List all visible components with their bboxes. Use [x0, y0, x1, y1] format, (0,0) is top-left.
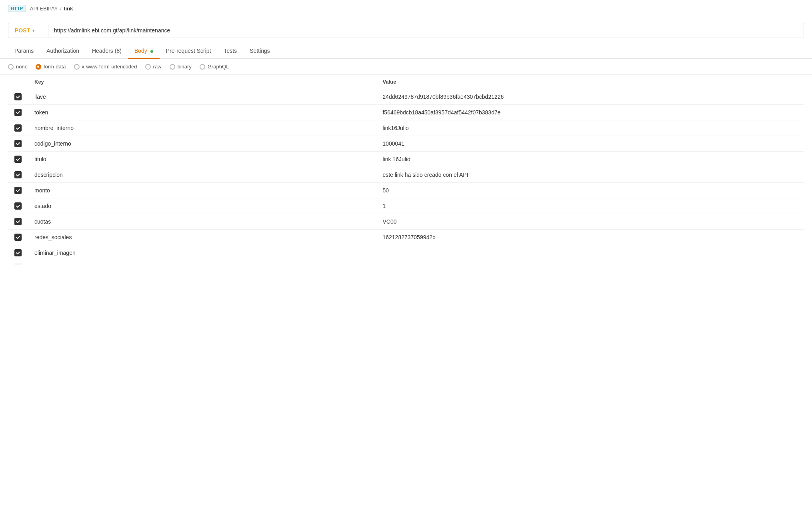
row-checkbox[interactable]	[14, 140, 22, 147]
table-row: titulo link 16Julio	[8, 152, 804, 167]
row-value: 1	[376, 198, 804, 214]
row-value: link16Julio	[376, 120, 804, 136]
url-input[interactable]	[48, 23, 804, 38]
check-icon	[16, 110, 20, 115]
row-checkbox[interactable]	[14, 109, 22, 116]
option-form-data[interactable]: form-data	[36, 64, 66, 70]
radio-urlencoded[interactable]	[74, 64, 80, 70]
table-row: token f56469bdcb18a450af3957d4af5442f07b…	[8, 105, 804, 120]
row-key: cuotas	[28, 214, 376, 230]
top-bar: HTTP API EBIPAY / link	[0, 0, 812, 17]
tab-params[interactable]: Params	[8, 44, 40, 59]
row-checkbox[interactable]	[14, 234, 22, 241]
row-value: 1000041	[376, 136, 804, 152]
row-value: link 16Julio	[376, 152, 804, 167]
option-graphql[interactable]: GraphQL	[200, 64, 229, 70]
check-icon	[16, 126, 20, 130]
chevron-down-icon: ▾	[32, 28, 34, 33]
tab-headers[interactable]: Headers (8)	[86, 44, 128, 59]
check-icon	[16, 219, 20, 224]
col-header-key: Key	[28, 75, 376, 89]
radio-binary[interactable]	[170, 64, 175, 70]
table-row: estado 1	[8, 198, 804, 214]
check-icon	[16, 172, 20, 177]
col-header-check	[8, 75, 28, 89]
tab-tests-label: Tests	[224, 48, 237, 54]
row-checkbox-cell	[8, 230, 28, 245]
tab-authorization[interactable]: Authorization	[40, 44, 86, 59]
row-checkbox[interactable]	[14, 93, 22, 100]
row-value: 24dd6249787d91870bf89b36fae4307bcbd21226	[376, 89, 804, 105]
option-urlencoded[interactable]: x-www-form-urlencoded	[74, 64, 137, 70]
tab-params-label: Params	[14, 48, 34, 54]
dash-key-cell	[28, 260, 376, 268]
row-checkbox-cell	[8, 214, 28, 230]
table-row: cuotas VC00	[8, 214, 804, 230]
row-key: eliminar_imagen	[28, 245, 376, 261]
row-checkbox-cell	[8, 136, 28, 152]
body-active-dot	[150, 50, 153, 53]
row-key: nombre_interno	[28, 120, 376, 136]
tabs: Params Authorization Headers (8) Body Pr…	[0, 44, 812, 59]
tab-body[interactable]: Body	[128, 44, 160, 59]
row-checkbox-cell	[8, 89, 28, 105]
radio-graphql[interactable]	[200, 64, 205, 70]
row-value	[376, 245, 804, 261]
method-label: POST	[15, 27, 30, 34]
check-icon	[16, 188, 20, 193]
row-key: codigo_interno	[28, 136, 376, 152]
tab-prerequest-label: Pre-request Script	[166, 48, 211, 54]
row-value: 1621282737059942b	[376, 230, 804, 245]
tab-tests[interactable]: Tests	[218, 44, 244, 59]
table-header-row: Key Value	[8, 75, 804, 89]
method-select[interactable]: POST ▾	[8, 23, 48, 38]
radio-form-data[interactable]	[36, 64, 41, 70]
radio-raw[interactable]	[145, 64, 151, 70]
row-value: f56469bdcb18a450af3957d4af5442f07b383d7e	[376, 105, 804, 120]
option-raw-label: raw	[153, 64, 162, 70]
row-checkbox[interactable]	[14, 202, 22, 210]
option-none[interactable]: none	[8, 64, 28, 70]
check-icon	[16, 204, 20, 208]
row-checkbox[interactable]	[14, 171, 22, 178]
row-checkbox[interactable]	[14, 218, 22, 225]
row-checkbox-cell	[8, 198, 28, 214]
row-key: redes_sociales	[28, 230, 376, 245]
table-row: llave 24dd6249787d91870bf89b36fae4307bcb…	[8, 89, 804, 105]
check-icon	[16, 235, 20, 240]
table-row: redes_sociales 1621282737059942b	[8, 230, 804, 245]
tab-settings[interactable]: Settings	[243, 44, 276, 59]
row-key: monto	[28, 183, 376, 198]
table-row: descripcion este link ha sido creado con…	[8, 167, 804, 183]
http-badge: HTTP	[8, 5, 26, 12]
option-binary[interactable]: binary	[170, 64, 192, 70]
tab-headers-count: (8)	[115, 48, 122, 54]
tab-headers-label: Headers	[92, 48, 113, 54]
row-key: descripcion	[28, 167, 376, 183]
tab-prerequest[interactable]: Pre-request Script	[160, 44, 218, 59]
table-wrapper: Key Value llave 24dd6249787d91870bf89b36…	[0, 75, 812, 268]
option-none-label: none	[16, 64, 28, 70]
table-row: eliminar_imagen	[8, 245, 804, 261]
body-options: none form-data x-www-form-urlencoded raw…	[0, 59, 812, 75]
row-checkbox[interactable]	[14, 124, 22, 132]
row-checkbox-cell	[8, 167, 28, 183]
dash-icon	[14, 264, 22, 264]
row-checkbox-cell	[8, 120, 28, 136]
row-checkbox[interactable]	[14, 249, 22, 256]
body-params-table: Key Value llave 24dd6249787d91870bf89b36…	[8, 75, 804, 268]
option-urlencoded-label: x-www-form-urlencoded	[82, 64, 137, 70]
option-graphql-label: GraphQL	[208, 64, 229, 70]
tab-authorization-label: Authorization	[46, 48, 79, 54]
row-checkbox-cell	[8, 245, 28, 261]
row-key: estado	[28, 198, 376, 214]
row-value: este link ha sido creado con el API	[376, 167, 804, 183]
row-checkbox[interactable]	[14, 187, 22, 194]
row-value: VC00	[376, 214, 804, 230]
row-key: token	[28, 105, 376, 120]
option-raw[interactable]: raw	[145, 64, 162, 70]
row-checkbox[interactable]	[14, 156, 22, 163]
check-icon	[16, 157, 20, 162]
radio-none[interactable]	[8, 64, 14, 70]
dash-cell	[8, 260, 28, 268]
